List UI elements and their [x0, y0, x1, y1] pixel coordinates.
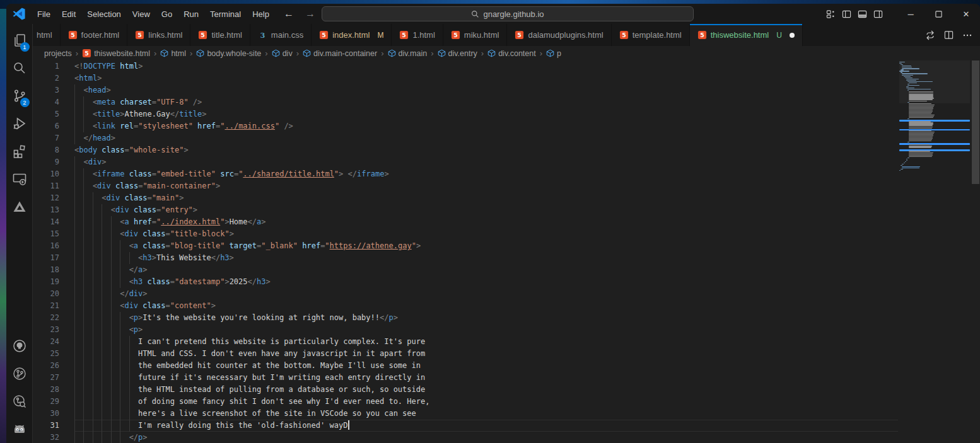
- split-editor-button[interactable]: [944, 30, 954, 40]
- code-line-9[interactable]: 9<div>: [33, 156, 898, 168]
- code-line-29[interactable]: 29of doing some fancy shit I don't see w…: [33, 396, 898, 408]
- tab-miku.html[interactable]: 5miku.html: [443, 24, 508, 46]
- code-line-31[interactable]: 31I'm really doing this the 'old-fashion…: [33, 420, 898, 432]
- minimap-line: [909, 107, 933, 108]
- code-line-30[interactable]: 30here's a live screenshot of the site i…: [33, 408, 898, 420]
- activity-gitlens-search-button[interactable]: [6, 388, 33, 415]
- code-line-13[interactable]: 13<div class="entry">: [33, 204, 898, 216]
- code-line-23[interactable]: 23<p>: [33, 324, 898, 336]
- minimap-line: [909, 110, 933, 110]
- activity-godot-tools-button[interactable]: [6, 415, 33, 443]
- menu-item-selection[interactable]: Selection: [81, 9, 126, 19]
- editor-scrollbar[interactable]: [971, 60, 980, 443]
- code-line-21[interactable]: 21<div class="content">: [33, 300, 898, 312]
- breadcrumb-item-div.entry[interactable]: div.entry: [438, 49, 477, 58]
- code-line-19[interactable]: 19<h3 class="datestamp">2025</h3>: [33, 276, 898, 288]
- line-text: HTML and CSS. I don't even have any java…: [74, 348, 898, 360]
- code-line-5[interactable]: 5<title>Athene.Gay</title>: [33, 108, 898, 120]
- tab-dalamudplugins.html[interactable]: 5dalamudplugins.html: [507, 24, 611, 46]
- activity-extensions-button[interactable]: [6, 137, 33, 165]
- activity-github-button[interactable]: [6, 332, 33, 360]
- tab-html[interactable]: html: [33, 24, 61, 46]
- code-line-22[interactable]: 22<p>It's the website you're looking at …: [33, 312, 898, 324]
- code-line-15[interactable]: 15<div class="title-block">: [33, 228, 898, 240]
- code-line-14[interactable]: 14<a href="../index.html">Home</a>: [33, 216, 898, 228]
- menu-item-file[interactable]: File: [32, 9, 56, 19]
- toggle-panel-icon[interactable]: [858, 9, 867, 19]
- code-line-20[interactable]: 20</div>: [33, 288, 898, 300]
- close-button[interactable]: ✕: [952, 4, 980, 24]
- maximize-button[interactable]: [925, 4, 952, 24]
- code-line-27[interactable]: 27future if it's necessary but I'm writi…: [33, 372, 898, 384]
- command-center-search[interactable]: gnargle.github.io: [322, 6, 694, 21]
- html5-icon: 5: [515, 30, 524, 40]
- scrollbar-slider[interactable]: [972, 60, 979, 184]
- code-line-3[interactable]: 3<head>: [33, 84, 898, 96]
- breadcrumb-item-projects[interactable]: projects: [44, 49, 72, 58]
- minimap[interactable]: [899, 60, 970, 443]
- tab-1.html[interactable]: 51.html: [392, 24, 443, 46]
- tab-title.html[interactable]: 5title.html: [190, 24, 250, 46]
- menu-item-help[interactable]: Help: [247, 9, 275, 19]
- code-line-32[interactable]: 32</p>: [33, 432, 898, 443]
- nav-forward-button[interactable]: →: [305, 8, 315, 20]
- code-line-26[interactable]: 26the embedded hit counter at the bottom…: [33, 360, 898, 372]
- code-line-18[interactable]: 18</a>: [33, 264, 898, 276]
- code-line-2[interactable]: 2<html>: [33, 72, 898, 84]
- menu-item-view[interactable]: View: [127, 9, 156, 19]
- html5-icon: 5: [198, 30, 207, 40]
- editor[interactable]: 1<!DOCTYPE html>2<html>3<head>4<meta cha…: [33, 60, 980, 443]
- tab-thiswebsite.html[interactable]: 5thiswebsite.htmlU: [690, 24, 803, 46]
- menu-item-terminal[interactable]: Terminal: [204, 9, 247, 19]
- code-line-11[interactable]: 11<div class="main-container">: [33, 180, 898, 192]
- breadcrumb-item-div[interactable]: div: [272, 49, 293, 58]
- code-line-16[interactable]: 16<a class="blog-title" target="_blank" …: [33, 240, 898, 252]
- code-line-12[interactable]: 12<div class="main">: [33, 192, 898, 204]
- menu-item-run[interactable]: Run: [178, 9, 204, 19]
- line-number: 25: [33, 348, 74, 360]
- code-line-7[interactable]: 7</head>: [33, 132, 898, 144]
- activity-run-debug-button[interactable]: [6, 110, 33, 137]
- tab-template.html[interactable]: 5template.html: [612, 24, 690, 46]
- code-line-1[interactable]: 1<!DOCTYPE html>: [33, 60, 898, 72]
- activity-astro-extension-button[interactable]: [6, 193, 33, 221]
- unsaved-dot[interactable]: [790, 33, 795, 38]
- breadcrumb-item-div.content[interactable]: div.content: [487, 49, 536, 58]
- nav-back-button[interactable]: ←: [284, 8, 294, 20]
- code-line-4[interactable]: 4<meta charset="UTF-8" />: [33, 96, 898, 108]
- tab-links.html[interactable]: 5links.html: [127, 24, 190, 46]
- activity-remote-explorer-button[interactable]: [6, 165, 33, 193]
- code-line-8[interactable]: 8<body class="whole-site">: [33, 144, 898, 156]
- minimize-button[interactable]: ─: [897, 4, 925, 24]
- code-line-6[interactable]: 6<link rel="stylesheet" href="../main.cs…: [33, 120, 898, 132]
- code-line-24[interactable]: 24I can't pretend this website is partic…: [33, 336, 898, 348]
- breadcrumb-item-thiswebsite.html[interactable]: 5thiswebsite.html: [82, 49, 150, 58]
- breadcrumb-item-body.whole-site[interactable]: body.whole-site: [196, 49, 261, 58]
- code-line-17[interactable]: 17<h3>This Website</h3>: [33, 252, 898, 264]
- activity-gitlens-button[interactable]: [6, 360, 33, 388]
- breadcrumb-item-div.main-container[interactable]: div.main-container: [303, 49, 377, 58]
- git-status-badge: U: [776, 31, 782, 40]
- toggle-primary-sidebar-icon[interactable]: [842, 9, 851, 19]
- tab-footer.html[interactable]: 5footer.html: [61, 24, 128, 46]
- minimap-line: [909, 154, 933, 154]
- code-line-25[interactable]: 25HTML and CSS. I don't even have any ja…: [33, 348, 898, 360]
- toggle-secondary-sidebar-icon[interactable]: [873, 9, 883, 19]
- breadcrumb-item-html[interactable]: html: [160, 49, 186, 58]
- open-changes-button[interactable]: [925, 30, 935, 40]
- menu-item-go[interactable]: Go: [156, 9, 178, 19]
- tab-main.css[interactable]: 3main.css: [250, 24, 312, 46]
- code-line-28[interactable]: 28the HTML instead of pulling from a dat…: [33, 384, 898, 396]
- activity-search-button[interactable]: [6, 54, 33, 82]
- breadcrumb-item-div.main[interactable]: div.main: [388, 49, 428, 58]
- minimap-line: [909, 135, 933, 136]
- code-line-10[interactable]: 10<iframe class="embed-title" src="../sh…: [33, 168, 898, 180]
- activity-explorer-button[interactable]: 1: [6, 26, 33, 54]
- breadcrumb-item-p[interactable]: p: [546, 49, 561, 58]
- activity-source-control-button[interactable]: 2: [6, 82, 33, 110]
- customize-layout-icon[interactable]: [826, 9, 836, 19]
- tab-index.html[interactable]: 5index.htmlM: [312, 24, 392, 46]
- more-actions-button[interactable]: [962, 30, 972, 40]
- menu-item-edit[interactable]: Edit: [56, 9, 81, 19]
- line-number: 26: [33, 360, 74, 372]
